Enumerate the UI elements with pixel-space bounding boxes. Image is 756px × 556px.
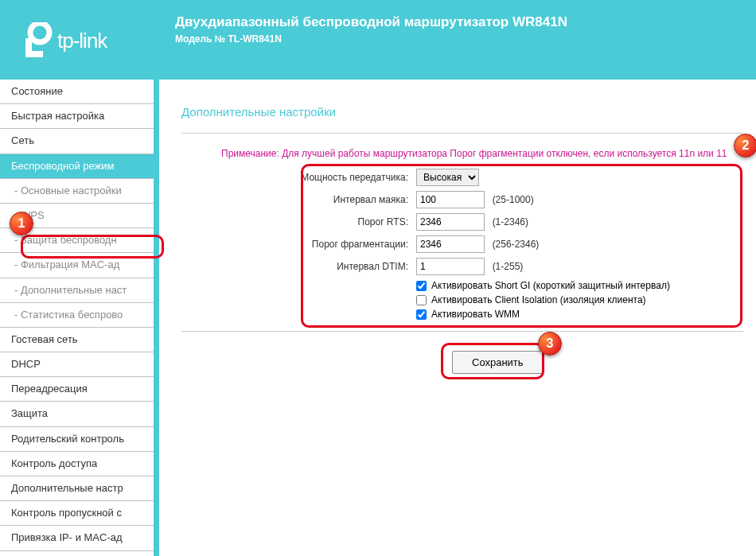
beacon-label: Интервал маяка: (181, 194, 416, 205)
sidebar-item-11[interactable]: DHCP (0, 352, 154, 377)
sidebar-item-12[interactable]: Переадресация (0, 377, 154, 402)
client-iso-checkbox[interactable] (416, 295, 427, 305)
brand-logo: tp-link (22, 22, 107, 59)
page-header-title: Двухдиапазонный беспроводной маршрутизат… (175, 14, 756, 30)
divider-2 (181, 331, 743, 332)
dtim-hint: (1-255) (493, 261, 524, 272)
sidebar-item-8[interactable]: - Дополнительные наст (0, 278, 154, 303)
sidebar-item-14[interactable]: Родительский контроль (0, 427, 154, 452)
tx-power-label: Мощность передатчика: (181, 172, 416, 183)
divider (181, 133, 743, 134)
sidebar-item-0[interactable]: Состояние (0, 80, 154, 104)
sidebar-item-3[interactable]: Беспроводной режим (0, 154, 154, 179)
svg-point-0 (30, 23, 49, 42)
rts-hint: (1-2346) (493, 216, 528, 227)
brand-text: tp-link (57, 29, 107, 53)
dtim-input[interactable] (416, 258, 485, 275)
sidebar-item-2[interactable]: Сеть (0, 129, 154, 154)
badge-1: 1 (10, 212, 33, 235)
wmm-checkbox[interactable] (416, 309, 427, 320)
beacon-hint: (25-1000) (493, 194, 534, 205)
header: tp-link Двухдиапазонный беспроводной мар… (0, 0, 756, 80)
rts-input[interactable] (416, 213, 485, 231)
sidebar-item-7[interactable]: - Фильтрация MAC-ад (0, 253, 154, 278)
main-content: Дополнительные настройки Примечание: Для… (159, 80, 756, 556)
sidebar-item-19[interactable]: Динамический DNS (0, 551, 154, 556)
client-iso-label: Активировать Client Isolation (изоляция … (431, 294, 646, 305)
wmm-label: Активировать WMM (431, 309, 520, 320)
frag-hint: (256-2346) (493, 239, 540, 250)
sidebar-item-4[interactable]: - Основные настройки (0, 179, 154, 204)
page-title: Дополнительные настройки (181, 105, 743, 119)
sidebar-item-13[interactable]: Защита (0, 402, 154, 426)
frag-label: Порог фрагментации: (181, 239, 416, 250)
sidebar-item-1[interactable]: Быстрая настройка (0, 104, 154, 129)
frag-input[interactable] (416, 235, 485, 253)
badge-2: 2 (734, 134, 756, 157)
short-gi-checkbox[interactable] (416, 281, 427, 291)
beacon-input[interactable] (416, 191, 485, 208)
sidebar-item-18[interactable]: Привязка IP- и MAC-ад (0, 526, 154, 550)
tp-link-icon (22, 22, 53, 59)
page-header-subtitle: Модель № TL-WR841N (175, 33, 756, 45)
rts-label: Порог RTS: (181, 216, 416, 227)
sidebar-item-9[interactable]: - Статистика беспрово (0, 303, 154, 328)
badge-3: 3 (538, 332, 562, 356)
dtim-label: Интервал DTIM: (181, 261, 416, 272)
sidebar-item-17[interactable]: Контроль пропускной с (0, 501, 154, 526)
tx-power-select[interactable]: Высокая (416, 169, 479, 186)
svg-rect-2 (25, 51, 43, 57)
sidebar: СостояниеБыстрая настройкаСетьБеспроводн… (0, 80, 159, 556)
note-text: Примечание: Для лучшей работы маршрутиза… (181, 148, 743, 159)
save-button[interactable]: Сохранить (452, 351, 544, 374)
sidebar-item-15[interactable]: Контроль доступа (0, 452, 154, 476)
short-gi-label: Активировать Short GI (короткий защитный… (431, 280, 670, 291)
sidebar-item-16[interactable]: Дополнительные настр (0, 476, 154, 501)
sidebar-item-10[interactable]: Гостевая сеть (0, 328, 154, 352)
